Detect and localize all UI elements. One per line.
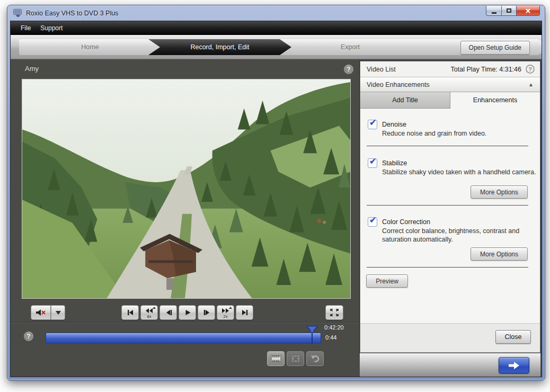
clip-title: Amy	[25, 65, 39, 73]
playhead-marker[interactable]	[306, 326, 318, 344]
chevron-down-icon	[56, 311, 61, 315]
checkmark-icon: ✔	[369, 118, 376, 128]
denoise-checkbox[interactable]: ✔	[368, 120, 377, 129]
filmstrip-delete-icon	[290, 354, 301, 363]
tab-record-import-edit[interactable]: Record, Import, Edit	[148, 39, 291, 55]
open-setup-guide-button[interactable]: Open Setup Guide	[460, 41, 530, 55]
arrow-right-icon	[508, 361, 520, 370]
denoise-description: Reduce noise and grain from video.	[382, 129, 536, 138]
rewind-icon	[145, 308, 153, 314]
menu-bar: File Support	[11, 21, 542, 35]
fast-forward-menu-arrow-icon	[229, 307, 232, 309]
close-panel-button[interactable]: Close	[495, 330, 531, 344]
app-content: File Support Home Export Record, Import,…	[10, 21, 542, 377]
filmstrip-icon	[271, 354, 281, 363]
undo-button	[306, 351, 324, 366]
stabilize-more-options-button[interactable]: More Options	[471, 185, 528, 199]
clip-length-label: 0:44	[325, 334, 336, 341]
fast-forward-button[interactable]: 2x	[217, 305, 234, 320]
skip-start-button[interactable]	[121, 305, 139, 320]
minimize-icon	[492, 12, 496, 14]
denoise-label: Denoise	[382, 121, 406, 128]
timeline-slider[interactable]	[46, 333, 321, 343]
stabilize-description: Stabilize shaky video taken with a handh…	[382, 168, 542, 176]
transport-buttons: 8x 2x	[121, 305, 253, 320]
separator	[367, 146, 528, 146]
separator	[367, 267, 528, 268]
step-back-button[interactable]	[159, 305, 177, 320]
rewind-speed-label: 8x	[141, 314, 157, 319]
color-correction-label: Color Correction	[382, 218, 430, 226]
tab-home[interactable]: Home	[19, 39, 161, 55]
step-back-icon	[165, 309, 172, 316]
color-correction-checkbox[interactable]: ✔	[368, 217, 377, 227]
rewind-menu-arrow-icon	[153, 307, 156, 309]
skip-end-icon	[241, 309, 249, 316]
volume-group	[31, 305, 65, 320]
titlebar[interactable]: Roxio Easy VHS to DVD 3 Plus	[7, 5, 545, 21]
video-frame-image	[22, 79, 350, 298]
enhancement-tabs: Add Title Enhancements	[360, 92, 540, 109]
maximize-icon	[507, 8, 511, 13]
main-area: Amy ?	[11, 59, 542, 377]
timeline-divider	[11, 322, 359, 323]
close-window-button[interactable]	[517, 6, 540, 16]
next-step-button[interactable]	[499, 357, 529, 373]
undo-icon	[311, 354, 320, 363]
menu-support[interactable]: Support	[36, 22, 67, 34]
color-correction-description: Correct color balance, brightness, contr…	[382, 227, 541, 244]
app-window: Roxio Easy VHS to DVD 3 Plus File Suppor…	[7, 5, 545, 381]
preview-help-icon[interactable]: ?	[344, 65, 353, 74]
video-preview[interactable]	[22, 79, 351, 299]
mute-button[interactable]	[31, 305, 51, 320]
enhancements-body: ✔ Denoise Reduce noise and grain from vi…	[360, 109, 540, 322]
player-controls: 8x 2x	[11, 305, 359, 321]
fullscreen-icon	[330, 309, 339, 316]
app-icon	[13, 9, 23, 17]
step-forward-icon	[203, 309, 210, 316]
preview-button[interactable]: Preview	[366, 274, 408, 288]
fast-forward-speed-label: 2x	[217, 314, 234, 319]
play-button[interactable]	[179, 305, 196, 320]
color-correction-more-options-button[interactable]: More Options	[471, 247, 528, 261]
nav-bar: Home Export Record, Import, Edit Open Se…	[11, 35, 542, 59]
close-icon	[525, 8, 531, 14]
split-clip-button[interactable]	[267, 351, 285, 366]
video-enhancements-panel: Video List Total Play Time: 4:31:46 ? Vi…	[360, 61, 540, 353]
rewind-button[interactable]: 8x	[140, 305, 158, 320]
stabilize-label: Stabilize	[382, 159, 407, 167]
window-controls	[486, 6, 540, 16]
playhead-icon	[306, 326, 318, 344]
delete-clip-button	[287, 351, 304, 366]
maximize-button[interactable]	[502, 6, 517, 16]
total-play-time: Total Play Time: 4:31:46	[451, 66, 521, 73]
video-enhancements-header[interactable]: Video Enhancements ▲	[360, 77, 540, 92]
volume-dropdown-button[interactable]	[51, 305, 65, 320]
tab-export[interactable]: Export	[279, 39, 422, 55]
panel-footer: Close	[360, 323, 540, 352]
video-list-title: Video List	[367, 66, 451, 73]
clip-edit-buttons	[267, 351, 324, 366]
desktop: Roxio Easy VHS to DVD 3 Plus File Suppor…	[0, 0, 550, 392]
video-list-header: Video List Total Play Time: 4:31:46 ?	[360, 61, 540, 77]
minimize-button[interactable]	[486, 6, 502, 16]
skip-start-icon	[127, 309, 134, 316]
menu-file[interactable]: File	[16, 22, 36, 34]
collapse-icon[interactable]: ▲	[528, 82, 534, 87]
tab-add-title[interactable]: Add Title	[360, 92, 450, 109]
separator	[367, 205, 528, 206]
timeline-help-icon[interactable]: ?	[24, 332, 33, 341]
video-list-help-icon[interactable]: ?	[526, 65, 535, 74]
fast-forward-icon	[221, 308, 229, 314]
skip-end-button[interactable]	[236, 305, 253, 320]
bottom-bar	[360, 353, 540, 377]
video-enhancements-title: Video Enhancements	[367, 81, 528, 88]
step-forward-button[interactable]	[198, 305, 215, 320]
fullscreen-button[interactable]	[325, 305, 343, 320]
right-column: Video List Total Play Time: 4:31:46 ? Vi…	[360, 59, 540, 377]
window-title: Roxio Easy VHS to DVD 3 Plus	[26, 10, 118, 17]
tab-enhancements[interactable]: Enhancements	[450, 92, 540, 109]
play-icon	[184, 309, 191, 316]
speaker-muted-icon	[36, 309, 46, 316]
stabilize-checkbox[interactable]: ✔	[368, 158, 377, 168]
